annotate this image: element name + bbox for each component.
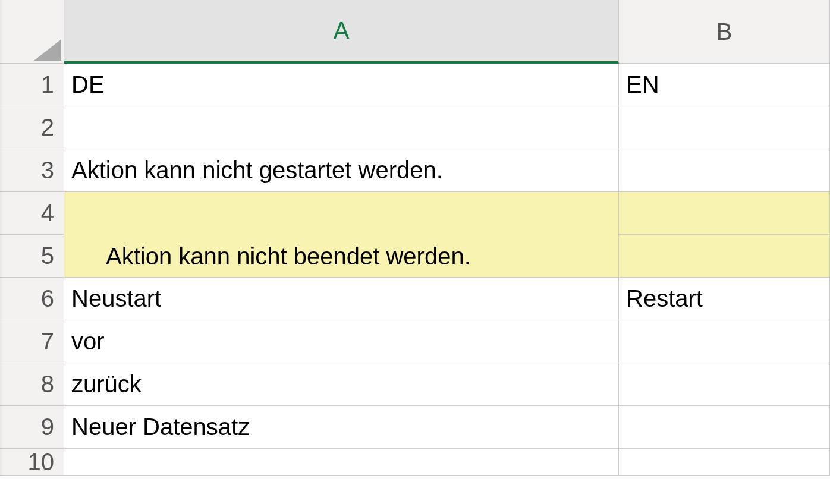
row-header-6[interactable]: 6 bbox=[0, 278, 64, 320]
cell-a4-a5-merged[interactable]: Aktion kann nicht beendet werden. bbox=[64, 192, 619, 278]
cell-a6[interactable]: Neustart bbox=[64, 278, 619, 320]
row-header-5[interactable]: 5 bbox=[0, 235, 64, 278]
spreadsheet-grid: A B 1 DE EN 2 3 Aktion kann nicht gestar… bbox=[0, 0, 830, 476]
cell-b6[interactable]: Restart bbox=[619, 278, 830, 320]
row-header-7[interactable]: 7 bbox=[0, 320, 64, 363]
cell-a7[interactable]: vor bbox=[64, 320, 619, 363]
select-all-corner[interactable] bbox=[0, 0, 64, 64]
cell-b3[interactable] bbox=[619, 149, 830, 192]
cell-b1[interactable]: EN bbox=[619, 64, 830, 106]
cell-b8[interactable] bbox=[619, 363, 830, 406]
cell-a1[interactable]: DE bbox=[64, 64, 619, 106]
cell-b7[interactable] bbox=[619, 320, 830, 363]
column-header-a[interactable]: A bbox=[64, 0, 619, 64]
column-header-b[interactable]: B bbox=[619, 0, 830, 64]
cell-b9[interactable] bbox=[619, 406, 830, 449]
row-header-4[interactable]: 4 bbox=[0, 192, 64, 235]
row-header-3[interactable]: 3 bbox=[0, 149, 64, 192]
row-header-9[interactable]: 9 bbox=[0, 406, 64, 449]
row-header-8[interactable]: 8 bbox=[0, 363, 64, 406]
cell-b4[interactable] bbox=[619, 192, 830, 235]
row-header-2[interactable]: 2 bbox=[0, 106, 64, 149]
cell-a3[interactable]: Aktion kann nicht gestartet werden. bbox=[64, 149, 619, 192]
row-header-10[interactable]: 10 bbox=[0, 449, 64, 476]
cell-b10[interactable] bbox=[619, 449, 830, 476]
cell-b2[interactable] bbox=[619, 106, 830, 149]
row-header-1[interactable]: 1 bbox=[0, 64, 64, 106]
cell-b5[interactable] bbox=[619, 235, 830, 278]
cell-a9[interactable]: Neuer Datensatz bbox=[64, 406, 619, 449]
cell-a8[interactable]: zurück bbox=[64, 363, 619, 406]
cell-a2[interactable] bbox=[64, 106, 619, 149]
cell-a10[interactable] bbox=[64, 449, 619, 476]
